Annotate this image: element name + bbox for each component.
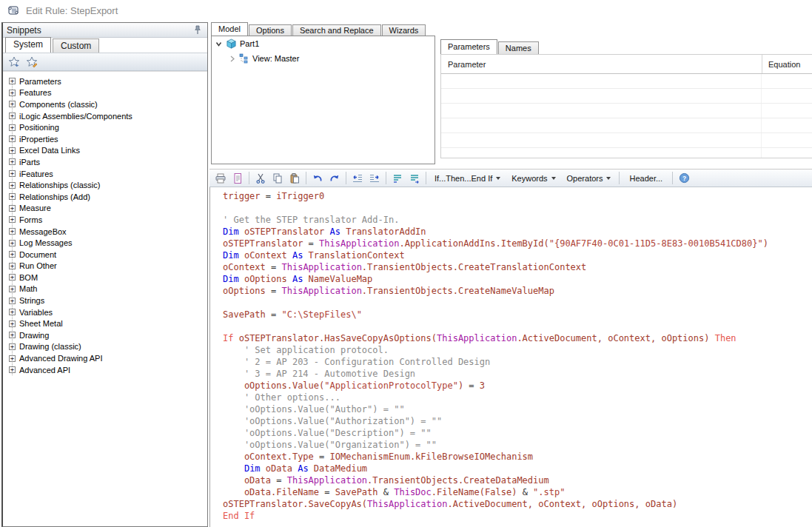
expand-plus-icon[interactable]: + — [9, 343, 16, 350]
expand-plus-icon[interactable]: + — [9, 205, 16, 212]
header-button[interactable]: Header... — [623, 172, 669, 184]
model-tree-root-row[interactable]: Part1 — [212, 36, 434, 51]
preview-button[interactable] — [229, 170, 246, 186]
indent-button[interactable] — [366, 170, 383, 186]
expand-plus-icon[interactable]: + — [9, 366, 16, 373]
outdent-button[interactable] — [349, 170, 366, 186]
edit-favorites-star-button[interactable] — [26, 56, 38, 68]
tab-options[interactable]: Options — [249, 24, 292, 36]
parameter-cell — [441, 133, 762, 147]
table-row[interactable] — [441, 89, 812, 104]
snippet-category[interactable]: +Positioning — [3, 121, 207, 133]
code-editor[interactable]: trigger = iTrigger0 ' Get the STEP trans… — [209, 187, 812, 527]
operators-dropdown[interactable]: Operators — [562, 172, 617, 184]
expand-plus-icon[interactable]: + — [9, 147, 16, 154]
favorites-filter-star-button[interactable] — [8, 56, 21, 68]
column-header-equation[interactable]: Equation — [762, 55, 812, 73]
expand-plus-icon[interactable]: + — [9, 113, 16, 119]
expand-plus-icon[interactable]: + — [9, 355, 16, 362]
snippet-category[interactable]: +Sheet Metal — [3, 318, 207, 329]
tab-model[interactable]: Model — [211, 22, 248, 36]
print-button[interactable] — [212, 170, 229, 186]
snippet-category[interactable]: +MessageBox — [3, 226, 207, 238]
expand-plus-icon[interactable]: + — [9, 286, 16, 292]
snippet-category[interactable]: +Document — [3, 249, 207, 261]
expand-plus-icon[interactable]: + — [9, 274, 16, 281]
expand-plus-icon[interactable]: + — [9, 263, 16, 269]
tab-search-and-replace[interactable]: Search and Replace — [292, 24, 381, 36]
expand-plus-icon[interactable]: + — [9, 158, 16, 165]
expand-plus-icon[interactable]: + — [9, 101, 16, 107]
comment-button[interactable] — [389, 170, 406, 186]
table-row[interactable] — [441, 104, 812, 118]
snippet-category-label: Features — [19, 88, 51, 97]
snippet-category-label: iFeatures — [19, 169, 53, 178]
snippet-category[interactable]: +iParts — [3, 156, 207, 168]
snippet-category[interactable]: +Excel Data Links — [3, 145, 207, 157]
snippet-category[interactable]: +iLogic Assemblies/Components — [3, 110, 207, 122]
snippet-category[interactable]: +Advanced Drawing API — [3, 352, 207, 364]
tab-system[interactable]: System — [5, 37, 51, 53]
table-row[interactable] — [441, 74, 812, 89]
chevron-right-icon[interactable] — [228, 55, 236, 63]
snippet-category[interactable]: +Drawing — [3, 329, 207, 341]
uncomment-button[interactable] — [406, 170, 423, 186]
snippet-category[interactable]: +Variables — [3, 306, 207, 318]
cut-button[interactable] — [252, 170, 269, 186]
column-header-parameter[interactable]: Parameter — [441, 60, 762, 69]
cut-icon — [255, 172, 266, 184]
pin-button[interactable] — [192, 25, 204, 35]
snippet-category[interactable]: +iProperties — [3, 133, 207, 145]
expand-plus-icon[interactable]: + — [9, 182, 16, 189]
snippet-category[interactable]: +BOM — [3, 272, 207, 283]
snippet-category[interactable]: +Run Other — [3, 261, 207, 272]
tab-wizards[interactable]: Wizards — [382, 24, 426, 36]
outdent-icon — [352, 172, 363, 184]
snippet-category[interactable]: +Log Messages — [3, 237, 207, 249]
snippet-category[interactable]: +Drawing (classic) — [3, 341, 207, 353]
snippet-category[interactable]: +Advanced API — [3, 364, 207, 376]
tab-custom[interactable]: Custom — [53, 38, 99, 53]
code-line: oContext.Type = IOMechanismEnum.kFileBro… — [223, 451, 812, 463]
tab-parameters[interactable]: Parameters — [440, 39, 497, 54]
snippet-category[interactable]: +Math — [3, 283, 207, 295]
model-tree-child-row[interactable]: View: Master — [212, 51, 434, 66]
tab-names[interactable]: Names — [498, 41, 539, 54]
snippet-category[interactable]: +Components (classic) — [3, 98, 207, 110]
paste-button[interactable] — [286, 170, 303, 186]
expand-plus-icon[interactable]: + — [9, 193, 16, 200]
chevron-down-icon[interactable] — [215, 40, 223, 48]
expand-plus-icon[interactable]: + — [9, 332, 16, 338]
keywords-dropdown[interactable]: Keywords — [506, 172, 560, 184]
snippet-category[interactable]: +Relationships (Add) — [3, 191, 207, 203]
expand-plus-icon[interactable]: + — [9, 320, 16, 327]
expand-plus-icon[interactable]: + — [9, 135, 16, 142]
snippet-category[interactable]: +Forms — [3, 214, 207, 226]
redo-button[interactable] — [326, 170, 343, 186]
table-row[interactable] — [441, 148, 812, 158]
if-then-endif-dropdown[interactable]: If...Then...End If — [429, 172, 506, 184]
expand-plus-icon[interactable]: + — [9, 170, 16, 177]
expand-plus-icon[interactable]: + — [9, 251, 16, 258]
expand-plus-icon[interactable]: + — [9, 309, 16, 315]
snippet-category[interactable]: +Parameters — [3, 75, 207, 87]
snippet-category[interactable]: +Measure — [3, 203, 207, 215]
expand-plus-icon[interactable]: + — [9, 90, 16, 96]
snippet-category[interactable]: +Strings — [3, 295, 207, 306]
help-button[interactable]: ? — [676, 170, 692, 186]
snippet-category[interactable]: +Features — [3, 87, 207, 99]
expand-plus-icon[interactable]: + — [9, 240, 16, 246]
snippet-category[interactable]: +iFeatures — [3, 168, 207, 180]
expand-plus-icon[interactable]: + — [9, 298, 16, 304]
expand-plus-icon[interactable]: + — [9, 228, 16, 235]
table-row[interactable] — [441, 133, 812, 148]
chevron-down-icon — [496, 177, 500, 180]
expand-plus-icon[interactable]: + — [9, 124, 16, 131]
expand-plus-icon[interactable]: + — [9, 78, 16, 84]
undo-button[interactable] — [309, 170, 326, 186]
toolbar-separator — [672, 172, 673, 184]
snippet-category[interactable]: +Relationships (classic) — [3, 179, 207, 191]
table-row[interactable] — [441, 118, 812, 133]
expand-plus-icon[interactable]: + — [9, 216, 16, 223]
copy-button[interactable] — [269, 170, 286, 186]
